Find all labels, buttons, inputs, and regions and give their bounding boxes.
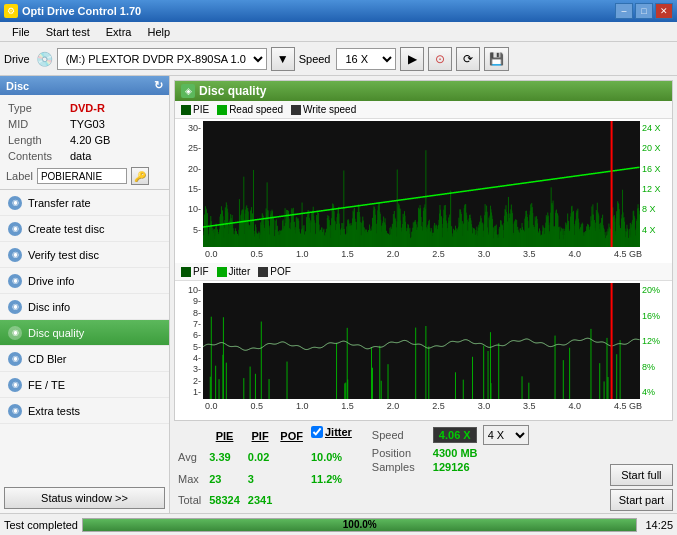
label-edit-btn[interactable]: 🔑	[131, 167, 149, 185]
menu-extra[interactable]: Extra	[98, 24, 140, 40]
contents-value: data	[70, 149, 161, 163]
sidebar-item-label-create-test-disc: Create test disc	[28, 223, 104, 235]
speed-label: Speed	[372, 429, 427, 441]
bottom-y-axis-left: 10- 9- 8- 7- 6- 5- 4- 3- 2- 1-	[175, 283, 203, 399]
top-chart-area: 30- 25- 20- 15- 10- 5- 24 X 20 X 16 X 12…	[175, 119, 672, 249]
sidebar-item-create-test-disc[interactable]: ◉ Create test disc	[0, 216, 169, 242]
status-time: 14:25	[645, 519, 673, 531]
speed-select[interactable]: 16 X MAX 4 X 8 X 12 X	[336, 48, 396, 70]
toolbar: Drive 💿 (M:) PLEXTOR DVDR PX-890SA 1.00 …	[0, 42, 677, 76]
app-icon: ⚙	[4, 4, 18, 18]
sidebar-item-transfer-rate[interactable]: ◉ Transfer rate	[0, 190, 169, 216]
total-jitter	[307, 490, 356, 512]
legend-pie-label: PIE	[193, 104, 209, 115]
transfer-rate-icon: ◉	[8, 196, 22, 210]
write-speed-color	[291, 105, 301, 115]
start-full-button[interactable]: Start full	[610, 464, 673, 486]
type-label: Type	[8, 101, 68, 115]
sidebar-item-verify-test-disc[interactable]: ◉ Verify test disc	[0, 242, 169, 268]
progress-bar: 100.0%	[82, 518, 637, 532]
position-value: 4300 MB	[433, 447, 478, 459]
bottom-y-axis-right: 20% 16% 12% 8% 4%	[640, 283, 672, 399]
position-row: Position 4300 MB	[372, 447, 529, 459]
label-row: Label 🔑	[6, 167, 163, 185]
extra-tests-icon: ◉	[8, 404, 22, 418]
col-jitter-container: Jitter	[307, 425, 356, 439]
samples-label: Samples	[372, 461, 427, 473]
close-button[interactable]: ✕	[655, 3, 673, 19]
chart-legend-bottom: PIF Jitter POF	[175, 263, 672, 281]
drive-disc-icon: 💿	[36, 51, 53, 67]
window-controls: – □ ✕	[615, 3, 673, 19]
titlebar: ⚙ Opti Drive Control 1.70 – □ ✕	[0, 0, 677, 22]
top-y-axis-right: 24 X 20 X 16 X 12 X 8 X 4 X	[640, 121, 672, 247]
disc-action-btn2[interactable]: ⟳	[456, 47, 480, 71]
samples-value: 129126	[433, 461, 470, 473]
length-label: Length	[8, 133, 68, 147]
drive-select[interactable]: (M:) PLEXTOR DVDR PX-890SA 1.00	[57, 48, 267, 70]
menu-start-test[interactable]: Start test	[38, 24, 98, 40]
status-text: Test completed	[4, 519, 78, 531]
save-btn[interactable]: 💾	[484, 47, 509, 71]
sidebar-item-label-cd-bler: CD Bler	[28, 353, 67, 365]
sidebar-item-drive-info[interactable]: ◉ Drive info	[0, 268, 169, 294]
jitter-color	[217, 267, 227, 277]
disc-quality-icon: ◉	[8, 326, 22, 340]
chart-header-icon	[181, 84, 195, 98]
menu-file[interactable]: File	[4, 24, 38, 40]
avg-pif: 0.02	[244, 447, 276, 469]
legend-pof-label: POF	[270, 266, 291, 277]
avg-jitter: 10.0%	[307, 447, 356, 469]
max-pof	[276, 468, 307, 490]
stats-table: PIE PIF POF Jitter Avg 3.39 0.02 10.0%	[174, 425, 356, 511]
sidebar-item-label-drive-info: Drive info	[28, 275, 74, 287]
legend-read-speed-label: Read speed	[229, 104, 283, 115]
speed-select-stats[interactable]: 4 X 8 X MAX	[483, 425, 529, 445]
maximize-button[interactable]: □	[635, 3, 653, 19]
jitter-checkbox[interactable]	[311, 426, 323, 438]
chart-header: Disc quality	[175, 81, 672, 101]
sidebar-item-cd-bler[interactable]: ◉ CD Bler	[0, 346, 169, 372]
col-pif: PIF	[244, 425, 276, 447]
drive-info-icon: ◉	[8, 274, 22, 288]
sidebar-item-disc-quality[interactable]: ◉ Disc quality	[0, 320, 169, 346]
avg-pie: 3.39	[205, 447, 244, 469]
bottom-x-axis: 0.00.51.01.52.02.53.03.54.04.5 GB	[203, 401, 644, 411]
disc-panel: Disc ↻ Type DVD-R MID TYG03 Length 4.20 …	[0, 76, 169, 190]
disc-header-label: Disc	[6, 80, 29, 92]
create-test-disc-icon: ◉	[8, 222, 22, 236]
speed-confirm-btn[interactable]: ▶	[400, 47, 424, 71]
start-part-button[interactable]: Start part	[610, 489, 673, 511]
legend-pie: PIE	[181, 104, 209, 115]
fe-te-icon: ◉	[8, 378, 22, 392]
app-title: Opti Drive Control 1.70	[22, 5, 141, 17]
minimize-button[interactable]: –	[615, 3, 633, 19]
position-label: Position	[372, 447, 427, 459]
disc-action-btn1[interactable]: ⊙	[428, 47, 452, 71]
sidebar-item-label-transfer-rate: Transfer rate	[28, 197, 91, 209]
cd-bler-icon: ◉	[8, 352, 22, 366]
label-input[interactable]	[37, 168, 127, 184]
pif-color	[181, 267, 191, 277]
sidebar-item-fe-te[interactable]: ◉ FE / TE	[0, 372, 169, 398]
total-pie: 58324	[205, 490, 244, 512]
status-window-btn[interactable]: Status window >>	[4, 487, 165, 509]
menu-help[interactable]: Help	[139, 24, 178, 40]
drive-arrow-btn[interactable]: ▼	[271, 47, 295, 71]
sidebar-item-disc-info[interactable]: ◉ Disc info	[0, 294, 169, 320]
legend-pif: PIF	[181, 266, 209, 277]
chart-title: Disc quality	[199, 84, 266, 98]
total-label: Total	[174, 490, 205, 512]
disc-refresh-icon[interactable]: ↻	[154, 79, 163, 92]
avg-label: Avg	[174, 447, 205, 469]
sidebar-item-label-fe-te: FE / TE	[28, 379, 65, 391]
main-area: Disc ↻ Type DVD-R MID TYG03 Length 4.20 …	[0, 76, 677, 513]
sidebar-item-label-disc-info: Disc info	[28, 301, 70, 313]
legend-write-speed-label: Write speed	[303, 104, 356, 115]
type-value: DVD-R	[70, 101, 161, 115]
chart-legend-top: PIE Read speed Write speed	[175, 101, 672, 119]
pie-color	[181, 105, 191, 115]
sidebar-item-extra-tests[interactable]: ◉ Extra tests	[0, 398, 169, 424]
speed-row: Speed 4.06 X 4 X 8 X MAX	[372, 425, 529, 445]
legend-pif-label: PIF	[193, 266, 209, 277]
